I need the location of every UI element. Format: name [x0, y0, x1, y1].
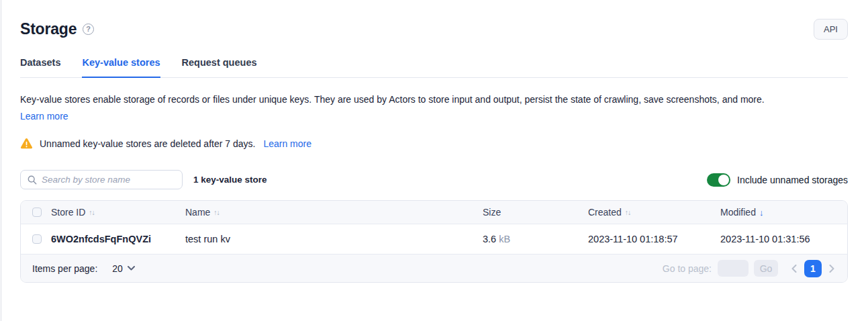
header-check-cell [21, 208, 51, 217]
row-check-cell [21, 234, 51, 244]
go-to-page-label: Go to page: [663, 263, 712, 274]
page-header: Storage ? API [20, 17, 848, 40]
include-unnamed-toggle-label: Include unnamed storages [737, 175, 848, 185]
page-1-button[interactable]: 1 [804, 260, 822, 277]
store-count: 1 key-value store [193, 175, 267, 185]
chevron-down-icon [128, 266, 135, 271]
pager: 1 [791, 260, 834, 277]
store-id-value[interactable]: 6WO2nfcdsFqFnQVZi [51, 234, 151, 244]
column-label-created: Created [588, 207, 622, 218]
api-button[interactable]: API [814, 19, 848, 40]
column-header-modified[interactable]: Modified ↓ [720, 207, 847, 218]
tab-key-value-stores[interactable]: Key-value stores [82, 57, 160, 78]
sort-desc-icon-modified[interactable]: ↓ [759, 208, 764, 218]
next-page-button[interactable] [829, 265, 834, 273]
column-header-name[interactable]: Name ↑↓ [185, 207, 483, 218]
row-modified-cell: 2023-11-10 01:31:56 [720, 234, 847, 244]
row-size-cell: 3.6 kB [483, 234, 588, 244]
header-created: Created ↑↓ [588, 207, 720, 218]
chevron-left-icon [791, 265, 797, 273]
go-button[interactable]: Go [754, 260, 778, 277]
warning-learn-more-link[interactable]: Learn more [263, 138, 311, 149]
column-label-name: Name [185, 207, 210, 218]
title-wrap: Storage ? [20, 20, 94, 38]
items-per-page-value: 20 [112, 263, 123, 274]
table-footer: Items per page: 20 Go to page: Go [21, 255, 847, 282]
page-title: Storage [20, 20, 77, 38]
include-unnamed-toggle[interactable] [707, 173, 730, 187]
description-learn-more-link[interactable]: Learn more [20, 111, 68, 122]
column-label-size: Size [483, 207, 501, 218]
select-all-checkbox[interactable] [32, 208, 42, 217]
column-header-store-id[interactable]: Store ID ↑↓ [51, 207, 185, 218]
go-to-page-input[interactable] [718, 260, 749, 277]
sort-icon-created[interactable]: ↑↓ [625, 208, 631, 216]
header-store-id: Store ID ↑↓ [51, 207, 185, 218]
toggle-knob [718, 175, 729, 185]
column-label-store-id: Store ID [51, 207, 85, 218]
description-text: Key-value stores enable storage of recor… [20, 93, 848, 106]
header-name: Name ↑↓ [185, 207, 483, 218]
items-per-page-label: Items per page: [32, 263, 97, 274]
table-row[interactable]: 6WO2nfcdsFqFnQVZi test run kv 3.6 kB 202… [21, 224, 847, 255]
size-unit: kB [499, 234, 510, 244]
stores-table-panel: Store ID ↑↓ Name ↑↓ Size Created ↑↓ [20, 200, 848, 283]
search-box[interactable] [20, 170, 183, 189]
search-icon [28, 175, 37, 185]
tabs: Datasets Key-value stores Request queues [20, 57, 848, 78]
header-modified: Modified ↓ [720, 207, 847, 218]
row-created-cell: 2023-11-10 01:18:57 [588, 234, 720, 244]
row-store-id-cell: 6WO2nfcdsFqFnQVZi [51, 234, 185, 244]
help-icon[interactable]: ? [83, 24, 94, 35]
warning-text: Unnamed key-value stores are deleted aft… [40, 138, 255, 149]
chevron-right-icon [829, 265, 834, 273]
store-name-value[interactable]: test run kv [185, 234, 230, 244]
tab-request-queues[interactable]: Request queues [182, 57, 257, 77]
search-input[interactable] [42, 175, 175, 185]
size-value: 3.6 [483, 234, 496, 244]
modified-value: 2023-11-10 01:31:56 [720, 234, 810, 244]
sort-icon-store-id[interactable]: ↑↓ [89, 208, 95, 216]
sort-icon-name[interactable]: ↑↓ [213, 208, 220, 216]
items-per-page: Items per page: 20 [32, 263, 135, 274]
storage-page: Storage ? API Datasets Key-value stores … [0, 17, 868, 283]
created-value: 2023-11-10 01:18:57 [588, 234, 678, 244]
toolbar: 1 key-value store Include unnamed storag… [20, 170, 848, 189]
row-checkbox[interactable] [32, 234, 42, 244]
previous-page-button[interactable] [791, 265, 797, 273]
header-size: Size [483, 207, 588, 218]
table-header-row: Store ID ↑↓ Name ↑↓ Size Created ↑↓ [21, 201, 847, 224]
tab-datasets[interactable]: Datasets [20, 57, 60, 77]
items-per-page-select[interactable]: 20 [112, 263, 135, 274]
row-name-cell: test run kv [185, 234, 483, 244]
warning-banner: Unnamed key-value stores are deleted aft… [20, 138, 848, 149]
pagination-controls: Go to page: Go 1 [663, 260, 834, 277]
column-header-created[interactable]: Created ↑↓ [588, 207, 720, 218]
warning-icon [20, 138, 33, 149]
column-label-modified: Modified [720, 207, 756, 218]
